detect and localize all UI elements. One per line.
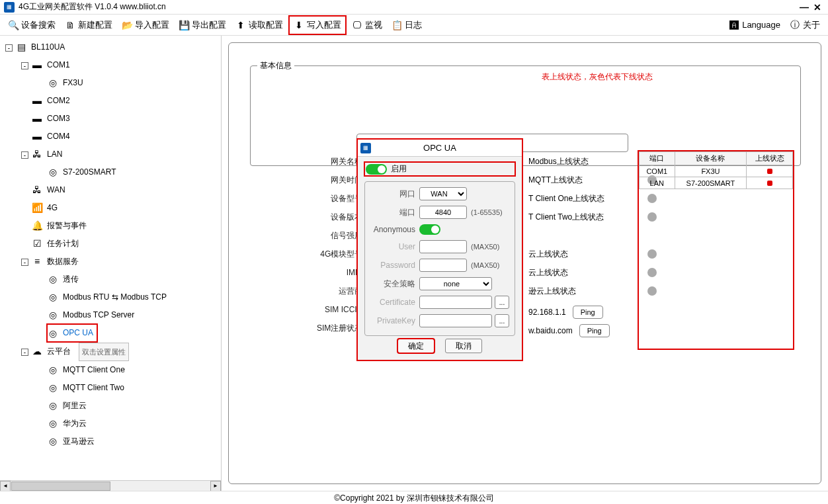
cancel-button[interactable]: 取消 <box>445 339 482 353</box>
bell-icon: 🔔 <box>31 220 43 231</box>
tree-task[interactable]: ☑任务计划 <box>31 235 83 252</box>
tree-huawei[interactable]: ◎华为云 <box>47 415 91 432</box>
port-icon: ▬ <box>31 130 43 142</box>
password-input[interactable] <box>419 259 467 272</box>
target-icon: ◎ <box>47 327 59 339</box>
wan-icon: 🖧 <box>31 184 43 196</box>
label-column: 网关名称 网关时间 设备型号 设备版本 信号强度 4G模块型号 IMEI 运营商… <box>317 152 362 337</box>
window-title: 4G工业网关配置软件 V1.0.4 www.bliiot.cn <box>19 1 798 13</box>
import-config-button[interactable]: 📂导入配置 <box>118 17 173 34</box>
basic-title: 基本信息 <box>257 60 294 71</box>
tree-com2[interactable]: ▬COM2 <box>31 92 74 109</box>
cert-input[interactable] <box>419 296 492 309</box>
table-row[interactable]: COM1FX3U <box>640 165 793 177</box>
monitor-icon: 🖵 <box>352 20 362 30</box>
policy-select[interactable]: none <box>419 277 492 290</box>
task-icon: ☑ <box>31 237 43 249</box>
cloud-tip: 双击设置属性 <box>79 343 129 361</box>
write-config-button[interactable]: ⬇写入配置 <box>288 15 347 35</box>
user-input[interactable] <box>419 240 467 253</box>
netport-select[interactable]: WAN <box>419 187 467 200</box>
tree-mqtt1[interactable]: ◎MQTT Client One <box>47 361 129 378</box>
expander[interactable]: - <box>5 44 13 52</box>
port-icon: ▬ <box>31 112 43 124</box>
target-icon: ◎ <box>47 417 59 429</box>
target-icon: ◎ <box>47 166 59 178</box>
tree-com3[interactable]: ▬COM3 <box>31 110 74 127</box>
dialog-icon: ▦ <box>360 143 371 153</box>
target-icon: ◎ <box>47 77 59 89</box>
cert-browse-button[interactable]: ... <box>495 296 509 309</box>
antenna-icon: 📶 <box>31 202 43 214</box>
target-icon: ◎ <box>47 364 59 376</box>
status-list: Modbus上线状态 MQTT上线状态 T Client One上线状态 T C… <box>528 152 634 300</box>
tree-ali[interactable]: ◎阿里云 <box>47 397 91 414</box>
ip-list: 92.168.1.1Ping w.baidu.comPing <box>528 303 610 340</box>
about-icon: ⓘ <box>790 20 800 30</box>
port-icon: ▬ <box>31 95 43 106</box>
footer: ©Copyright 2021 by 深圳市钡铼技术有限公司 <box>0 491 828 504</box>
tree-aws[interactable]: ◎亚马逊云 <box>47 433 99 450</box>
tree-4g[interactable]: 📶4G <box>31 199 62 216</box>
tree-s7200[interactable]: ◎S7-200SMART <box>47 163 120 181</box>
ping-button-2[interactable]: Ping <box>579 324 610 337</box>
write-icon: ⬇ <box>294 20 304 30</box>
tree-mtcp-server[interactable]: ◎Modbus TCP Server <box>47 306 138 323</box>
expander[interactable]: - <box>21 259 28 266</box>
minimize-button[interactable]: — <box>798 2 811 13</box>
pkey-input[interactable] <box>419 314 492 327</box>
log-icon: 📋 <box>392 20 402 30</box>
tree-pane: -▤BL110UA -▬COM1 ◎FX3U ▬COM2 ▬COM3 ▬COM4… <box>0 36 222 491</box>
target-icon: ◎ <box>47 309 59 321</box>
port-input[interactable] <box>419 206 467 219</box>
about-button[interactable]: ⓘ关于 <box>786 17 824 34</box>
tree-passthrough[interactable]: ◎透传 <box>47 271 83 288</box>
tree-opcua[interactable]: ◎OPC UA <box>47 324 97 342</box>
anonymous-toggle[interactable] <box>419 224 440 235</box>
ip-value: 92.168.1.1 <box>528 308 566 317</box>
enable-toggle[interactable] <box>366 164 387 175</box>
tree-root[interactable]: ▤BL110UA <box>15 38 69 56</box>
expander[interactable]: - <box>21 349 28 356</box>
monitor-button[interactable]: 🖵监视 <box>348 17 386 34</box>
app-icon: ▦ <box>4 2 15 13</box>
expander[interactable]: - <box>21 151 28 159</box>
tree-lan[interactable]: 🖧LAN <box>31 146 66 163</box>
port-icon: ▬ <box>31 59 43 71</box>
pkey-browse-button[interactable]: ... <box>495 314 509 327</box>
status-red-icon <box>767 181 772 186</box>
tree-scrollbar[interactable]: ◄► <box>0 480 221 491</box>
ping-button-1[interactable]: Ping <box>573 306 603 319</box>
tree-dataservice[interactable]: ≡数据服务 <box>31 253 83 270</box>
status-note: 表上线状态，灰色代表下线状态 <box>542 71 653 83</box>
close-button[interactable]: ✕ <box>811 2 824 13</box>
tree-com4[interactable]: ▬COM4 <box>31 128 74 145</box>
tree-fx3u[interactable]: ◎FX3U <box>47 74 87 91</box>
table-row[interactable]: LANS7-200SMART <box>640 177 793 189</box>
tree-cloud[interactable]: ☁云平台 <box>31 343 75 360</box>
toolbar: 🔍设备搜索 🗎新建配置 📂导入配置 💾导出配置 ⬆读取配置 ⬇写入配置 🖵监视 … <box>0 15 828 36</box>
target-icon: ◎ <box>47 291 59 303</box>
cloud-icon: ☁ <box>31 345 43 357</box>
tree-wan[interactable]: 🖧WAN <box>31 181 69 198</box>
export-config-button[interactable]: 💾导出配置 <box>175 17 230 34</box>
tree-mqtt2[interactable]: ◎MQTT Client Two <box>47 379 128 396</box>
opcua-dialog: ▦ OPC UA 启用 网口 WAN 端口 (1-65535) Anonymou… <box>357 139 522 360</box>
expander[interactable]: - <box>21 62 28 69</box>
new-config-button[interactable]: 🗎新建配置 <box>61 17 116 34</box>
log-button[interactable]: 📋日志 <box>388 17 426 34</box>
splitter[interactable] <box>217 36 221 491</box>
enable-label: 启用 <box>391 163 407 175</box>
lan-icon: 🖧 <box>31 148 43 160</box>
new-icon: 🗎 <box>65 20 75 30</box>
basic-panel: 基本信息 表上线状态，灰色代表下线状态 网关名称 网关时间 设备型号 设备版本 … <box>228 42 821 484</box>
read-config-button[interactable]: ⬆读取配置 <box>231 17 287 34</box>
language-button[interactable]: 🅰Language <box>725 17 784 33</box>
content: 基本信息 表上线状态，灰色代表下线状态 网关名称 网关时间 设备型号 设备版本 … <box>222 36 828 491</box>
search-device-button[interactable]: 🔍设备搜索 <box>4 17 60 34</box>
tree-alarm[interactable]: 🔔报警与事件 <box>31 217 91 234</box>
ok-button[interactable]: 确定 <box>397 339 435 353</box>
tree-com1[interactable]: ▬COM1 <box>31 56 74 73</box>
target-icon: ◎ <box>47 435 59 447</box>
tree-mrtu-mtcp[interactable]: ◎Modbus RTU ⇆ Modbus TCP <box>47 288 171 306</box>
